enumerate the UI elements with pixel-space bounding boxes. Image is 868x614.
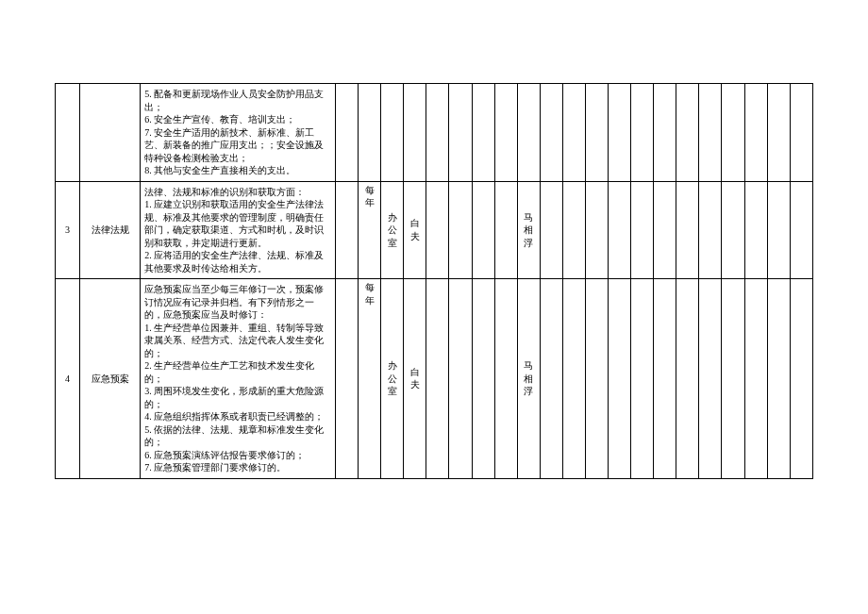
cell [722, 181, 744, 279]
cell [699, 181, 722, 279]
cell [767, 279, 790, 479]
cell [449, 279, 472, 479]
table-row: 3 法律法规 法律、法规和标准的识别和获取方面： 1. 应建立识别和获取适用的安… [56, 181, 813, 279]
cell [540, 84, 562, 182]
cell [494, 84, 517, 182]
cell [631, 279, 654, 479]
cell [676, 279, 699, 479]
cell [449, 84, 472, 182]
cell [336, 181, 359, 279]
main-table: 5. 配备和更新现场作业人员安全防护用品支出； 6. 安全生产宣传、教育、培训支… [55, 83, 813, 479]
cell [426, 279, 449, 479]
cell-dept: 办公室 [381, 279, 404, 479]
cell [585, 279, 608, 479]
cell-desc: 应急预案应当至少每三年修订一次，预案修订情况应有记录并归档。有下列情形之一的，应… [141, 279, 336, 479]
cell [609, 181, 631, 279]
cell-title: 应急预案 [80, 279, 141, 479]
cell [472, 279, 494, 479]
cell [722, 279, 744, 479]
table-row: 5. 配备和更新现场作业人员安全防护用品支出； 6. 安全生产宣传、教育、培训支… [56, 84, 813, 182]
cell-id [56, 84, 80, 182]
cell-dept [381, 84, 404, 182]
cell [540, 181, 562, 279]
cell [744, 84, 767, 182]
cell [631, 181, 654, 279]
cell [767, 84, 790, 182]
cell [426, 181, 449, 279]
cell-freq: 每年 [359, 279, 381, 479]
table-row: 4 应急预案 应急预案应当至少每三年修订一次，预案修订情况应有记录并归档。有下列… [56, 279, 813, 479]
cell [631, 84, 654, 182]
cell [494, 279, 517, 479]
cell [336, 279, 359, 479]
cell [472, 181, 494, 279]
cell [609, 84, 631, 182]
cell [609, 279, 631, 479]
cell [426, 84, 449, 182]
cell-desc: 法律、法规和标准的识别和获取方面： 1. 应建立识别和获取适用的安全生产法律法规… [141, 181, 336, 279]
cell [336, 84, 359, 182]
cell-freq [359, 84, 381, 182]
cell-freq: 每年 [359, 181, 381, 279]
cell [562, 279, 585, 479]
cell [767, 181, 790, 279]
cell-title [80, 84, 141, 182]
cell [744, 181, 767, 279]
cell [585, 181, 608, 279]
cell [676, 181, 699, 279]
cell [654, 279, 676, 479]
cell-person1: 白夫 [404, 279, 426, 479]
cell [540, 279, 562, 479]
cell-id: 3 [56, 181, 80, 279]
cell [449, 181, 472, 279]
cell [699, 279, 722, 479]
cell-title: 法律法规 [80, 181, 141, 279]
cell-person1 [404, 84, 426, 182]
cell-person1: 白夫 [404, 181, 426, 279]
cell [562, 84, 585, 182]
cell [472, 84, 494, 182]
cell-dept: 办公室 [381, 181, 404, 279]
cell [654, 84, 676, 182]
cell-desc: 5. 配备和更新现场作业人员安全防护用品支出； 6. 安全生产宣传、教育、培训支… [141, 84, 336, 182]
document-page: 5. 配备和更新现场作业人员安全防护用品支出； 6. 安全生产宣传、教育、培训支… [0, 0, 868, 614]
cell [722, 84, 744, 182]
cell [654, 181, 676, 279]
cell [676, 84, 699, 182]
cell [790, 279, 812, 479]
cell [790, 84, 812, 182]
cell [494, 181, 517, 279]
cell-person2 [517, 84, 540, 182]
cell [744, 279, 767, 479]
cell-person2: 马相浮 [517, 181, 540, 279]
cell-id: 4 [56, 279, 80, 479]
cell [585, 84, 608, 182]
cell [562, 181, 585, 279]
cell [699, 84, 722, 182]
cell [790, 181, 812, 279]
cell-person2: 马相浮 [517, 279, 540, 479]
